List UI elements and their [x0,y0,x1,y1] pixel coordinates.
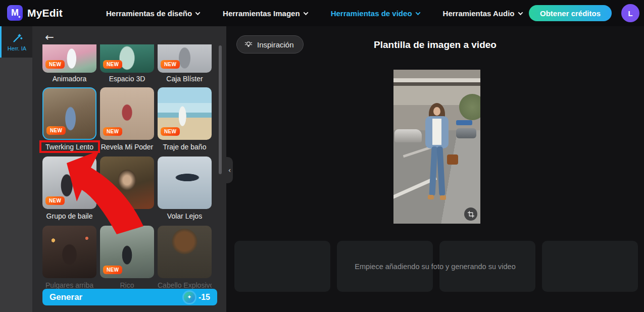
template-volar-lejos[interactable]: Volar Lejos [158,157,212,223]
preview-person-shoe [440,195,446,200]
template-thumbnail [42,226,96,278]
template-rico[interactable]: NEW Rico [100,226,154,292]
get-credits-button[interactable]: Obtener créditos [529,5,612,21]
myedit-logo[interactable]: M✦ MyEdit [7,5,63,21]
new-badge: NEW [46,126,66,135]
template-cabello-explosivo[interactable]: Cabello Explosivo [158,226,212,292]
template-grid: NEW Animadora NEW Espacio 3D NEW Caja Bl… [42,44,212,292]
template-label: Grupo de baile [42,209,96,223]
panel-scrollbar[interactable] [219,45,222,174]
generate-label: Generar [49,292,82,302]
page-title: Plantilla de imagen a video [226,39,644,50]
preview-awning [456,120,472,125]
template-thumbnail-selected: NEW [42,87,96,140]
chevron-down-icon [518,10,523,15]
nav-video-tools[interactable]: Herramientas de video [331,9,420,18]
template-thumbnail: NEW [100,87,154,140]
left-rail: Herr. IA [0,26,32,312]
result-slot-1[interactable] [234,241,330,292]
preview-person-top [432,119,441,145]
template-label: Volar Lejos [158,209,212,223]
template-thumbnail: NEW [158,44,212,73]
top-bar: M✦ MyEdit Herramientas de diseño Herrami… [0,0,644,26]
myedit-app: M✦ MyEdit Herramientas de diseño Herrami… [0,0,644,312]
new-badge: NEW [45,196,65,205]
nav-audio-tools[interactable]: Herramientas Audio [443,9,522,18]
preview-car [394,129,422,142]
chevron-down-icon [303,10,308,15]
new-badge: NEW [45,60,65,69]
template-animadora[interactable]: NEW Animadora [42,44,96,85]
chevron-down-icon [415,10,420,15]
template-thumbnail: NEW [100,226,154,278]
result-slot-2[interactable] [337,241,433,292]
template-thumbnail [158,157,212,209]
preview-person-face [433,107,440,116]
template-label: Caja Blíster [158,73,212,85]
template-twerking-lento[interactable]: NEW Twerking Lento [42,87,96,154]
template-thumbnail: NEW [42,157,96,209]
generate-button[interactable]: Generar ✦ -15 [42,289,217,305]
templates-panel: ← NEW Animadora NEW Espacio 3D NEW Caja … [32,26,226,312]
chevron-left-icon: ‹ [228,166,231,174]
new-badge: NEW [161,127,180,136]
template-espacio-3d[interactable]: NEW Espacio 3D [100,44,154,85]
new-badge: NEW [161,60,180,69]
template-label: Twerking Lento [42,140,96,154]
sidebar-item-ai-tools[interactable]: Herr. IA [0,26,32,58]
credit-coin-icon: ✦ [184,292,195,303]
template-thumbnail [158,226,212,278]
user-avatar[interactable]: L [621,4,639,22]
new-badge: NEW [103,196,122,205]
chevron-down-icon [195,10,201,15]
nav-label: Herramientas Audio [443,9,515,18]
new-badge: NEW [103,127,122,136]
template-label: Huir [100,209,154,223]
preview-car [456,128,476,138]
main-workspace: Inspiración Plantilla de imagen a video [226,26,644,312]
preview-handbag [447,154,458,165]
template-label: Espacio 3D [100,73,154,85]
crop-icon [468,211,474,218]
new-badge: NEW [103,60,122,69]
sparkle-icon: ✦ [18,15,21,19]
template-label: Animadora [42,73,96,85]
nav-label: Herramientas de diseño [106,9,192,18]
preview-image [393,70,480,224]
template-thumbnail: NEW [42,44,96,73]
result-slot-3[interactable] [439,241,535,292]
logo-text: MyEdit [27,7,63,19]
template-pulgares-arriba[interactable]: Pulgares arriba [42,226,96,292]
back-arrow-icon[interactable]: ← [42,30,57,44]
nav-image-tools[interactable]: Herramientas Imagen [223,9,308,18]
preview-person-shoe [428,195,434,199]
template-traje-de-bano[interactable]: NEW Traje de baño [158,87,212,154]
main-nav: Herramientas de diseño Herramientas Imag… [106,0,522,26]
nav-label: Herramientas de video [331,9,412,18]
magic-wand-icon [12,32,23,43]
template-thumbnail: NEW [100,157,154,209]
result-slots [234,241,638,292]
template-revela-mi-poder[interactable]: NEW Revela Mi Poder [100,87,154,154]
result-slot-4[interactable] [542,241,638,292]
template-huir[interactable]: NEW Huir [100,157,154,223]
sidebar-item-label: Herr. IA [8,45,26,51]
nav-design-tools[interactable]: Herramientas de diseño [106,9,200,18]
credit-cost-value: -15 [199,293,210,302]
template-thumbnail: NEW [100,44,154,73]
collapse-panel-handle[interactable]: ‹ [226,157,233,183]
nav-label: Herramientas Imagen [223,9,300,18]
template-grupo-de-baile[interactable]: NEW Grupo de baile [42,157,96,223]
new-badge: NEW [103,266,122,274]
template-caja-blister[interactable]: NEW Caja Blíster [158,44,212,85]
myedit-logo-icon: M✦ [7,5,23,21]
crop-button[interactable] [464,207,477,221]
template-thumbnail: NEW [158,87,212,140]
template-label: Revela Mi Poder [100,140,154,154]
credit-cost: ✦ -15 [184,292,210,303]
template-label: Traje de baño [158,140,212,154]
